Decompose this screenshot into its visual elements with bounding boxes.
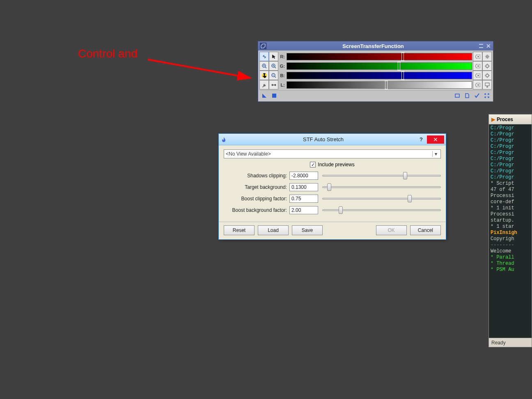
stf-channel-row: R:	[278, 52, 473, 61]
svg-rect-18	[486, 65, 488, 67]
svg-point-17	[486, 56, 488, 57]
param-input[interactable]	[289, 183, 318, 191]
slider-thumb[interactable]	[327, 183, 331, 191]
stf-titlebar[interactable]: ScreenTransferFunction ✕	[258, 41, 493, 50]
svg-rect-23	[486, 74, 488, 77]
param-input[interactable]	[289, 172, 318, 180]
cancel-button[interactable]: Cancel	[410, 225, 441, 235]
dropdown-arrow-icon[interactable]: ▾	[432, 151, 439, 157]
dialog-title: STF Auto Stretch	[229, 136, 417, 142]
delete-icon[interactable]	[473, 52, 482, 61]
include-previews-label: Include previews	[318, 162, 354, 167]
gear-icon[interactable]	[482, 52, 492, 61]
param-slider[interactable]	[322, 206, 441, 214]
view-selector[interactable]: <No View Available> ▾	[224, 149, 441, 158]
param-slider[interactable]	[322, 183, 441, 191]
svg-line-9	[275, 67, 276, 68]
target-icon[interactable]	[482, 71, 492, 80]
arrows-h-icon[interactable]	[269, 80, 278, 89]
svg-rect-32	[455, 94, 459, 97]
stf-channel-row: L:	[278, 80, 473, 89]
param-label: Boost background factor:	[224, 207, 289, 213]
svg-line-15	[275, 76, 276, 78]
check-icon[interactable]	[474, 92, 480, 99]
param-row: Shadows clipping:	[224, 172, 441, 180]
param-input[interactable]	[289, 206, 318, 214]
svg-rect-2	[479, 44, 483, 45]
square-icon[interactable]	[271, 92, 277, 99]
help-button[interactable]: ?	[417, 136, 425, 142]
load-button[interactable]: Load	[258, 225, 289, 235]
flame-icon	[220, 136, 227, 143]
target-icon[interactable]	[482, 61, 492, 71]
minimize-icon[interactable]	[478, 43, 484, 49]
delete-icon[interactable]	[473, 71, 482, 80]
channel-gradient[interactable]	[287, 53, 472, 60]
param-row: Target background:	[224, 183, 441, 191]
dialog-titlebar[interactable]: STF Auto Stretch ? ✕	[219, 134, 446, 145]
monitor-icon[interactable]	[482, 80, 492, 89]
reset-button[interactable]: Reset	[224, 225, 255, 235]
stf-channel-row: G:	[278, 61, 473, 71]
channel-label: R:	[278, 54, 286, 59]
slider-handle[interactable]	[398, 62, 400, 70]
slider-handle[interactable]	[401, 71, 404, 80]
wrench-icon[interactable]	[259, 80, 269, 89]
param-input[interactable]	[289, 195, 318, 203]
stf-channels: R:G:B:L:	[278, 52, 473, 89]
nuclear-icon[interactable]	[259, 71, 269, 80]
stf-app-icon	[260, 43, 266, 49]
console-output[interactable]: C:/ProgrC:/ProgrC:/ProgrC:/ProgrC:/Progr…	[489, 124, 532, 338]
save-button[interactable]: Save	[292, 225, 323, 235]
zoom-in-icon[interactable]	[259, 61, 269, 71]
channel-gradient[interactable]	[287, 81, 472, 89]
console-status: Ready	[489, 338, 532, 347]
svg-line-5	[265, 67, 266, 68]
param-label: Target background:	[224, 184, 289, 190]
close-button[interactable]: ✕	[427, 135, 444, 144]
stf-auto-stretch-dialog: STF Auto Stretch ? ✕ <No View Available>…	[218, 133, 446, 240]
channel-label: L:	[278, 83, 286, 87]
view-selector-text: <No View Available>	[226, 151, 432, 157]
slider-handle[interactable]	[401, 53, 404, 61]
param-slider[interactable]	[322, 172, 441, 180]
slider-thumb[interactable]	[403, 172, 407, 179]
stf-right-toolbar	[473, 52, 492, 89]
channel-label: G:	[278, 64, 286, 69]
svg-rect-3	[479, 47, 483, 48]
zoom-fit-icon[interactable]	[269, 61, 278, 71]
svg-line-1	[148, 60, 250, 78]
stf-window: ScreenTransferFunction ✕	[258, 41, 493, 102]
channel-gradient[interactable]	[287, 72, 472, 79]
stf-channel-row: B:	[278, 71, 473, 80]
channel-label: B:	[278, 73, 286, 78]
close-icon[interactable]: ✕	[486, 43, 491, 49]
console-header-label: Proces	[497, 117, 513, 122]
svg-point-13	[264, 75, 265, 76]
document-icon[interactable]	[464, 92, 470, 99]
annotation-text: Control and	[78, 47, 138, 60]
delete-icon[interactable]	[473, 80, 482, 89]
param-label: Boost clipping factor:	[224, 196, 289, 202]
svg-rect-31	[272, 94, 276, 98]
link-icon[interactable]	[259, 52, 269, 61]
zoom-out-icon[interactable]	[269, 71, 278, 80]
param-label: Shadows clipping:	[224, 173, 289, 179]
stf-title: ScreenTransferFunction	[268, 43, 478, 49]
slider-handle[interactable]	[385, 81, 388, 89]
arrow-icon	[146, 55, 261, 88]
delete-icon[interactable]	[473, 61, 482, 71]
stf-footer	[259, 90, 492, 100]
ok-button: OK	[376, 225, 407, 235]
param-slider[interactable]	[322, 195, 441, 203]
console-header[interactable]: ▶ Proces	[489, 115, 532, 124]
slider-thumb[interactable]	[408, 195, 412, 202]
play-icon: ▶	[491, 117, 495, 122]
slider-thumb[interactable]	[339, 206, 343, 214]
expand-icon[interactable]	[484, 92, 490, 99]
rect-icon[interactable]	[454, 92, 461, 99]
include-previews-checkbox[interactable]: ✓	[310, 162, 316, 167]
triangle-icon[interactable]	[261, 92, 268, 99]
pointer-icon[interactable]	[269, 52, 278, 61]
channel-gradient[interactable]	[287, 62, 472, 70]
